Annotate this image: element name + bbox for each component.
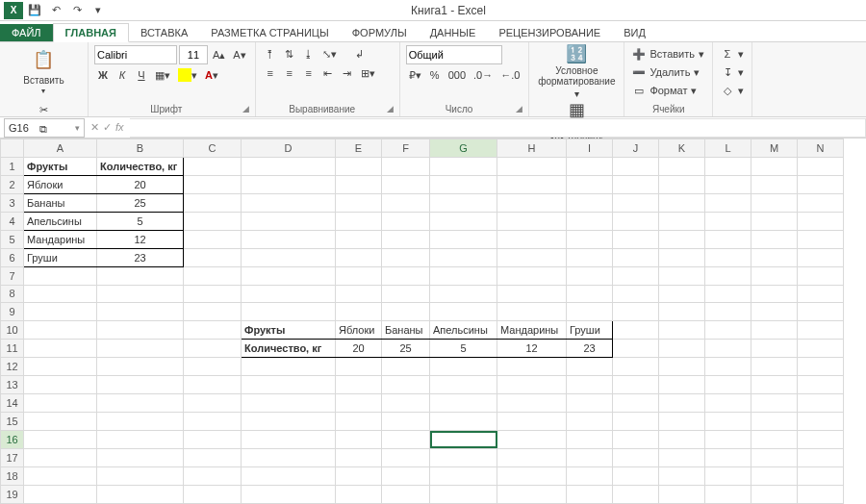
cell-F10[interactable]: Бананы <box>382 321 430 340</box>
cell-K10[interactable] <box>659 321 705 340</box>
cell-H8[interactable] <box>497 285 567 303</box>
cell-H7[interactable] <box>497 266 567 285</box>
cell-M5[interactable] <box>751 230 798 248</box>
fx-button[interactable]: fx <box>115 121 124 134</box>
tab-view[interactable]: ВИД <box>612 24 657 41</box>
cell-M9[interactable] <box>751 303 798 321</box>
cell-C7[interactable] <box>184 266 242 285</box>
cell-B5[interactable]: 12 <box>97 230 184 248</box>
column-header-N[interactable]: N <box>798 139 844 158</box>
increase-decimal-button[interactable]: .0→ <box>471 66 496 84</box>
cell-J14[interactable] <box>613 394 659 413</box>
cell-L2[interactable] <box>705 175 751 193</box>
cell-J5[interactable] <box>613 230 659 248</box>
fill-color-button[interactable]: ▾ <box>175 66 200 84</box>
cell-H19[interactable] <box>497 485 567 503</box>
format-cells-button[interactable]: ▭Формат ▾ <box>630 82 706 99</box>
cell-N4[interactable] <box>798 212 844 230</box>
cell-I7[interactable] <box>567 266 613 285</box>
cell-A6[interactable]: Груши <box>24 248 97 266</box>
row-header-19[interactable]: 19 <box>1 485 24 503</box>
row-header-10[interactable]: 10 <box>1 321 24 340</box>
cell-D19[interactable] <box>242 485 336 503</box>
tab-review[interactable]: РЕЦЕНЗИРОВАНИЕ <box>487 24 612 41</box>
cell-D3[interactable] <box>242 193 336 212</box>
cell-B2[interactable]: 20 <box>97 175 184 193</box>
cell-J17[interactable] <box>613 448 659 466</box>
cell-F5[interactable] <box>382 230 430 248</box>
cell-A9[interactable] <box>24 303 97 321</box>
row-header-1[interactable]: 1 <box>1 157 24 175</box>
column-header-E[interactable]: E <box>336 139 382 158</box>
cell-C3[interactable] <box>184 193 242 212</box>
cell-J18[interactable] <box>613 466 659 485</box>
cell-A16[interactable] <box>24 431 97 449</box>
cell-H15[interactable] <box>497 413 567 431</box>
cell-G7[interactable] <box>430 266 497 285</box>
cell-K13[interactable] <box>659 376 705 394</box>
cell-D2[interactable] <box>242 175 336 193</box>
cell-L14[interactable] <box>705 394 751 413</box>
cell-C17[interactable] <box>184 448 242 466</box>
cell-B3[interactable]: 25 <box>97 193 184 212</box>
cell-A11[interactable] <box>24 340 97 358</box>
cell-L12[interactable] <box>705 358 751 376</box>
cell-M3[interactable] <box>751 193 798 212</box>
merge-center-button[interactable]: ⊞▾ <box>358 64 378 82</box>
tab-file[interactable]: ФАЙЛ <box>0 24 53 41</box>
cell-E12[interactable] <box>336 358 382 376</box>
cell-K6[interactable] <box>659 248 705 266</box>
cell-M12[interactable] <box>751 358 798 376</box>
row-header-17[interactable]: 17 <box>1 448 24 466</box>
column-header-J[interactable]: J <box>613 139 659 158</box>
cell-G13[interactable] <box>430 376 497 394</box>
formula-input[interactable] <box>130 118 866 138</box>
cell-C10[interactable] <box>184 321 242 340</box>
cell-L19[interactable] <box>705 485 751 503</box>
cell-C6[interactable] <box>184 248 242 266</box>
italic-button[interactable]: К <box>114 66 131 84</box>
cell-G10[interactable]: Апельсины <box>430 321 497 340</box>
cell-C13[interactable] <box>184 376 242 394</box>
cell-N17[interactable] <box>798 448 844 466</box>
cell-K11[interactable] <box>659 340 705 358</box>
cell-H13[interactable] <box>497 376 567 394</box>
cell-B15[interactable] <box>97 413 184 431</box>
cell-I2[interactable] <box>567 175 613 193</box>
cell-I8[interactable] <box>567 285 613 303</box>
cell-N5[interactable] <box>798 230 844 248</box>
cell-I19[interactable] <box>567 485 613 503</box>
cell-D15[interactable] <box>242 413 336 431</box>
cell-G19[interactable] <box>430 485 497 503</box>
cell-F11[interactable]: 25 <box>382 340 430 358</box>
cell-J13[interactable] <box>613 376 659 394</box>
conditional-formatting-button[interactable]: 🔢 Условное форматирование▾ <box>535 45 618 99</box>
cell-E7[interactable] <box>336 266 382 285</box>
alignment-dialog-launcher[interactable]: ◢ <box>387 104 394 113</box>
cell-N12[interactable] <box>798 358 844 376</box>
name-box[interactable]: G16 ▾ <box>4 118 85 138</box>
cell-B7[interactable] <box>97 266 184 285</box>
cell-N8[interactable] <box>798 285 844 303</box>
cell-E13[interactable] <box>336 376 382 394</box>
cell-B11[interactable] <box>97 340 184 358</box>
cell-D8[interactable] <box>242 285 336 303</box>
cell-N7[interactable] <box>798 266 844 285</box>
fill-button[interactable]: ↧▾ <box>719 63 746 81</box>
cell-D18[interactable] <box>242 466 336 485</box>
cell-B6[interactable]: 23 <box>97 248 184 266</box>
delete-cells-button[interactable]: ➖Удалить ▾ <box>630 63 706 81</box>
align-top-button[interactable]: ⭱ <box>262 45 279 63</box>
cell-J1[interactable] <box>613 157 659 175</box>
cell-K15[interactable] <box>659 413 705 431</box>
cell-F13[interactable] <box>382 376 430 394</box>
cell-M13[interactable] <box>751 376 798 394</box>
cell-B14[interactable] <box>97 394 184 413</box>
cell-C1[interactable] <box>184 157 242 175</box>
enter-formula-button[interactable]: ✓ <box>103 121 112 134</box>
cell-A19[interactable] <box>24 485 97 503</box>
cell-M7[interactable] <box>751 266 798 285</box>
accounting-format-button[interactable]: ₽▾ <box>406 66 424 84</box>
tab-page-layout[interactable]: РАЗМЕТКА СТРАНИЦЫ <box>199 24 340 41</box>
cell-M10[interactable] <box>751 321 798 340</box>
